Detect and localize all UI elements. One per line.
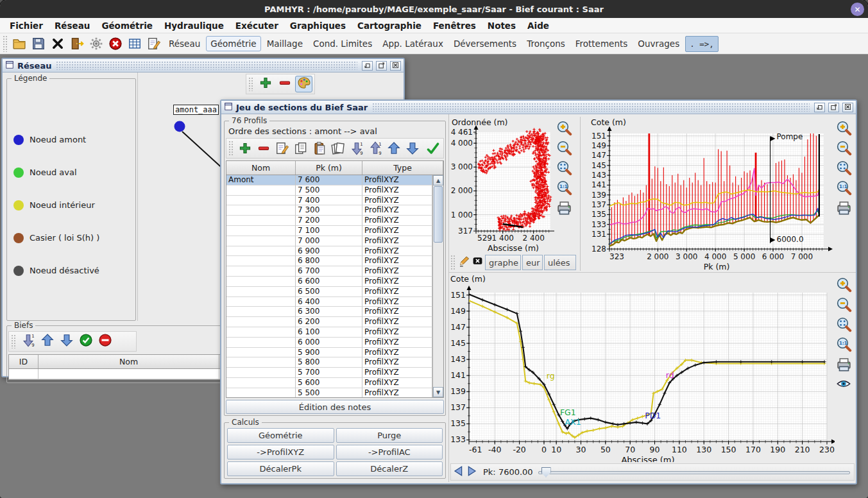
- sections-maximize-button[interactable]: [828, 103, 839, 112]
- menu-graphiques[interactable]: Graphiques: [284, 19, 352, 32]
- add-section-button[interactable]: [237, 140, 253, 157]
- menu-aide[interactable]: Aide: [522, 19, 555, 32]
- section-row-6200[interactable]: 6 200ProfilXYZ: [226, 317, 432, 327]
- zoom-fit-button[interactable]: [556, 159, 572, 176]
- stop-button[interactable]: [106, 35, 124, 53]
- section-row-7000[interactable]: 7 000ProfilXYZ: [226, 236, 432, 246]
- sections-column-pk-m[interactable]: Pk (m): [296, 161, 362, 175]
- edit-section-button[interactable]: [274, 140, 291, 157]
- view-tab-eur[interactable]: eur: [522, 255, 543, 270]
- notes-button[interactable]: [145, 35, 163, 53]
- reseau-shade-button[interactable]: [362, 61, 373, 71]
- zoom-out-button[interactable]: [835, 139, 852, 156]
- sections-shade-button[interactable]: [814, 103, 825, 112]
- apply-button[interactable]: [425, 140, 441, 157]
- section-row-6600[interactable]: 6 600ProfilXYZ: [226, 277, 432, 287]
- duplicate-button[interactable]: [330, 140, 346, 157]
- biefs-enable-button[interactable]: [77, 333, 94, 350]
- tabbar-handle[interactable]: [450, 255, 455, 270]
- mesh-table-button[interactable]: [126, 35, 144, 53]
- zoom-out-button[interactable]: [835, 296, 852, 313]
- menu-g-om-trie[interactable]: Géométrie: [96, 19, 158, 32]
- zoom-in-button[interactable]: [556, 119, 572, 136]
- previous-section-button[interactable]: [451, 465, 465, 479]
- toolbar-r-seau-button[interactable]: Réseau: [164, 36, 205, 51]
- zoom-1-1-button[interactable]: 1:1: [556, 179, 572, 196]
- menu-notes[interactable]: Notes: [482, 19, 522, 32]
- zoom-out-button[interactable]: [556, 139, 572, 156]
- scroll-up-button[interactable]: ▲: [433, 175, 443, 185]
- zoom-fit-button[interactable]: [835, 316, 852, 332]
- biefs-toolbar-handle[interactable]: [11, 334, 16, 348]
- remove-section-button[interactable]: [255, 140, 272, 157]
- sections-scrollbar[interactable]: ▲ ▼: [432, 175, 443, 397]
- biefs-move-down-button[interactable]: [58, 333, 75, 350]
- sort-descending-button[interactable]: 19: [348, 140, 365, 157]
- sections-titlebar[interactable]: Jeu de sections du Bief Saar: [221, 101, 856, 114]
- sort-ascending-button[interactable]: 19: [367, 140, 384, 157]
- toolbar-cond-limites-button[interactable]: Cond. Limites: [309, 36, 377, 51]
- menu-fichier[interactable]: Fichier: [4, 19, 49, 32]
- section-row-6000[interactable]: 6 000ProfilXYZ: [226, 338, 432, 348]
- menu-r-seau[interactable]: Réseau: [49, 19, 96, 32]
- paste-button[interactable]: [311, 140, 328, 157]
- copy-button[interactable]: [293, 140, 309, 157]
- view-tab-ul-es[interactable]: ulées: [544, 255, 576, 270]
- biefs-move-up-button[interactable]: [38, 333, 56, 350]
- menu-ex-cuter[interactable]: Exécuter: [230, 19, 284, 32]
- toolbar-g-om-trie-button[interactable]: Géométrie: [206, 36, 260, 51]
- section-row-6100[interactable]: 6 100ProfilXYZ: [226, 327, 432, 338]
- calc-purge-button[interactable]: Purge: [336, 428, 443, 443]
- menu-hydraulique[interactable]: Hydraulique: [158, 19, 230, 32]
- toolbar-app-lat-raux-button[interactable]: App. Latéraux: [378, 36, 448, 51]
- toolbar-item-button[interactable]: . =>,: [685, 36, 719, 52]
- settings-button[interactable]: [87, 35, 105, 53]
- node-label[interactable]: amont_aaa: [173, 105, 219, 115]
- calc-d-calerz-button[interactable]: DécalerZ: [336, 461, 443, 476]
- biefs-sort-button[interactable]: 19: [19, 333, 37, 350]
- section-row-6500[interactable]: 6 500ProfilXYZ: [226, 287, 432, 297]
- section-row-6300[interactable]: 6 300ProfilXYZ: [226, 307, 432, 317]
- scroll-down-button[interactable]: ▼: [433, 387, 443, 397]
- sections-column-type[interactable]: Type: [362, 161, 443, 175]
- section-row-6700[interactable]: 6 700ProfilXYZ: [226, 266, 432, 277]
- section-row-5500[interactable]: 5 500ProfilXYZ: [226, 388, 432, 397]
- next-section-button[interactable]: [465, 465, 479, 479]
- section-row-7100[interactable]: 7 100ProfilXYZ: [226, 226, 432, 236]
- toolbar-d-versements-button[interactable]: Déversements: [449, 36, 521, 51]
- zoom-in-button[interactable]: [835, 276, 852, 293]
- print-button[interactable]: [556, 199, 572, 216]
- pk-slider[interactable]: [538, 467, 850, 478]
- biefs-column-nom[interactable]: Nom: [38, 355, 219, 368]
- view-tab-graphe[interactable]: graphe: [485, 255, 521, 270]
- section-row-6900[interactable]: 6 900ProfilXYZ: [226, 246, 432, 257]
- visibility-button[interactable]: [835, 375, 852, 392]
- calc-profilac-button[interactable]: ->ProfilAC: [336, 445, 443, 459]
- section-row-7300[interactable]: 7 300ProfilXYZ: [226, 205, 432, 216]
- section-row-7400[interactable]: 7 400ProfilXYZ: [226, 196, 432, 206]
- biefs-disable-button[interactable]: [96, 333, 114, 350]
- biefs-column-id[interactable]: ID: [9, 355, 38, 368]
- print-button[interactable]: [835, 199, 852, 216]
- section-row-5800[interactable]: 5 800ProfilXYZ: [226, 357, 432, 368]
- section-row-5600[interactable]: 5 600ProfilXYZ: [226, 378, 432, 388]
- print-button[interactable]: [835, 356, 852, 372]
- move-up-button[interactable]: [386, 140, 402, 157]
- section-row-6800[interactable]: 6 800ProfilXYZ: [226, 256, 432, 266]
- calc-profilxyz-button[interactable]: ->ProfilXYZ: [227, 445, 334, 459]
- toolbar-maillage-button[interactable]: Maillage: [262, 36, 307, 51]
- app-close-button[interactable]: ✕: [851, 3, 864, 16]
- reseau-maximize-button[interactable]: [376, 61, 387, 71]
- section-row-7600[interactable]: Amont7 600ProfilXYZ: [226, 175, 432, 185]
- zoom-fit-button[interactable]: [835, 159, 852, 176]
- pk-slider-handle[interactable]: [541, 467, 551, 477]
- section-row-7500[interactable]: 7 500ProfilXYZ: [226, 185, 432, 196]
- reseau-titlebar[interactable]: Réseau: [3, 59, 404, 73]
- section-row-5700[interactable]: 5 700ProfilXYZ: [226, 368, 432, 378]
- section-row-5900[interactable]: 5 900ProfilXYZ: [226, 348, 432, 358]
- open-button[interactable]: [10, 35, 28, 53]
- cross-section-plot[interactable]: -61-40-200103050709011013015017019021023…: [449, 273, 835, 462]
- zoom-in-button[interactable]: [835, 119, 852, 136]
- sections-close-button[interactable]: [842, 103, 853, 112]
- toolbar-frottements-button[interactable]: Frottements: [571, 36, 633, 51]
